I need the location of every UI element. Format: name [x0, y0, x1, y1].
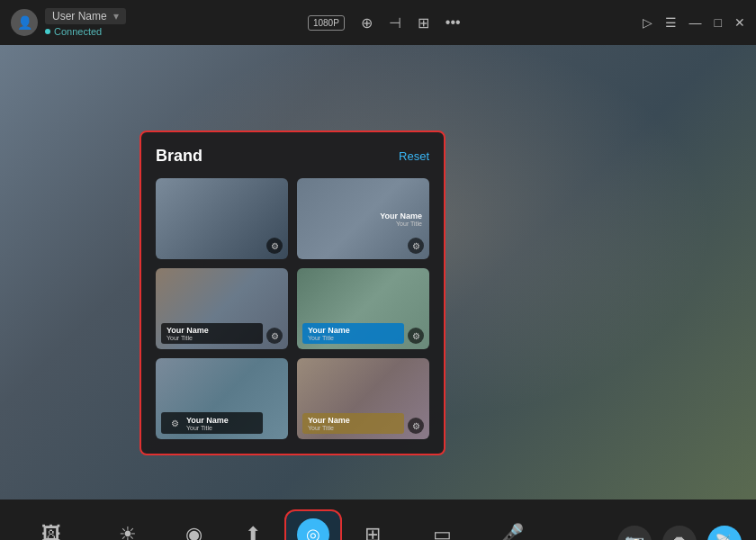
- broadcast-button[interactable]: 📡: [707, 526, 742, 541]
- toolbar: 🖼 Background ☀ Adjustment ◉ Filter ⬆ Con…: [0, 500, 756, 540]
- titlebar-center: 1080P ⊕ ⊣ ⊞ •••: [126, 14, 643, 32]
- toolbar-item-mic[interactable]: 🎤 Mic: [484, 516, 538, 541]
- dropdown-arrow[interactable]: ▾: [113, 10, 119, 22]
- card-3-title: Your Title: [166, 335, 257, 341]
- brand-card-5[interactable]: ⚙ Your Name Your Title: [156, 358, 288, 439]
- reset-button[interactable]: Reset: [399, 149, 429, 163]
- toolbar-item-adjustment[interactable]: ☀ Adjustment: [93, 516, 164, 541]
- connected-status: Connected: [45, 26, 126, 37]
- record-button[interactable]: ⏺: [662, 526, 697, 541]
- toolbar-item-content[interactable]: ⬆ Content: [225, 516, 282, 541]
- zoom-icon[interactable]: ⊕: [361, 14, 373, 32]
- card-3-name: Your Name: [166, 326, 257, 335]
- brand-card-2[interactable]: ⚙ Your Name Your Title: [297, 178, 429, 259]
- badge-1080p: 1080P: [308, 15, 345, 31]
- toolbar-item-theme[interactable]: ⊞ Theme: [346, 516, 400, 541]
- brand-card-6[interactable]: Your Name Your Title ⚙: [297, 358, 429, 439]
- connected-dot: [45, 29, 50, 34]
- minimize-button[interactable]: —: [689, 15, 702, 30]
- card-4-gear-icon[interactable]: ⚙: [408, 328, 424, 344]
- maximize-button[interactable]: □: [715, 15, 722, 30]
- card-2-nameplate: Your Name Your Title: [380, 212, 422, 227]
- brand-card-1[interactable]: ⚙: [156, 178, 288, 259]
- card-5-title: Your Title: [186, 425, 229, 431]
- card-6-name: Your Name: [308, 416, 399, 425]
- card-4-title: Your Title: [308, 335, 399, 341]
- titlebar-right: ▷ ☰ — □ ✕: [643, 15, 745, 30]
- adjustment-icon: ☀: [119, 523, 137, 541]
- card-4-name: Your Name: [308, 326, 399, 335]
- card-5-gear-icon[interactable]: ⚙: [166, 415, 183, 431]
- close-button[interactable]: ✕: [734, 15, 745, 30]
- connected-label: Connected: [54, 26, 102, 37]
- mic-icon: 🎤: [500, 523, 524, 541]
- toolbar-item-background[interactable]: 🖼 Background: [14, 516, 89, 541]
- menu-icon[interactable]: ☰: [665, 15, 677, 30]
- multiscenes-icon: ▭: [433, 523, 452, 541]
- card-6-gear-icon[interactable]: ⚙: [408, 418, 424, 434]
- card-3-nameplate: Your Name Your Title: [161, 323, 263, 344]
- camera-button[interactable]: 📷: [617, 526, 652, 541]
- avatar: 👤: [11, 9, 38, 36]
- brand-panel: Brand Reset ⚙ ⚙ Your Name Your Title: [140, 130, 446, 455]
- brand-card-4[interactable]: ⚙ Your Name Your Title: [297, 268, 429, 349]
- card-6-title: Your Title: [308, 425, 399, 431]
- card-2-name: Your Name: [380, 212, 422, 220]
- theme-icon: ⊞: [364, 523, 381, 541]
- card-5-nameplate: ⚙ Your Name Your Title: [161, 412, 263, 434]
- layout-icon[interactable]: ⊞: [418, 14, 429, 32]
- brand-card-3[interactable]: Your Name Your Title ⚙: [156, 268, 288, 349]
- skip-icon[interactable]: ⊣: [389, 14, 401, 32]
- card-2-gear-icon[interactable]: ⚙: [408, 238, 424, 254]
- toolbar-right: 📷 ⏺ 📡: [617, 526, 742, 541]
- brand-panel-title: Brand: [156, 147, 202, 166]
- main-content: Brand Reset ⚙ ⚙ Your Name Your Title: [0, 45, 756, 500]
- user-info: User Name ▾ Connected: [45, 8, 126, 37]
- card-2-title: Your Title: [380, 220, 422, 227]
- toolbar-items: 🖼 Background ☀ Adjustment ◉ Filter ⬆ Con…: [14, 509, 617, 541]
- card-4-nameplate: Your Name Your Title: [302, 323, 404, 344]
- toolbar-item-multiscenes[interactable]: ▭ Multi-scenes: [403, 516, 481, 541]
- background-icon: 🖼: [41, 523, 61, 541]
- filter-icon: ◉: [185, 523, 202, 541]
- brand-grid: ⚙ ⚙ Your Name Your Title Your Name Your …: [156, 178, 429, 439]
- card-1-gear-icon[interactable]: ⚙: [266, 238, 283, 254]
- card-6-nameplate: Your Name Your Title: [302, 413, 404, 434]
- titlebar: 👤 User Name ▾ Connected 1080P ⊕ ⊣ ⊞ ••• …: [0, 0, 756, 45]
- card-3-gear-icon[interactable]: ⚙: [266, 328, 283, 344]
- more-icon[interactable]: •••: [446, 14, 461, 31]
- toolbar-item-brand[interactable]: ◎ Brand: [284, 509, 342, 541]
- username: User Name ▾: [45, 8, 126, 24]
- titlebar-left: 👤 User Name ▾ Connected: [11, 8, 126, 37]
- card-5-name: Your Name: [186, 416, 229, 425]
- monitor-icon[interactable]: ▷: [643, 15, 652, 30]
- brand-panel-header: Brand Reset: [156, 147, 429, 166]
- toolbar-item-filter[interactable]: ◉ Filter: [167, 516, 221, 541]
- brand-icon: ◎: [297, 518, 329, 541]
- content-icon: ⬆: [245, 523, 261, 541]
